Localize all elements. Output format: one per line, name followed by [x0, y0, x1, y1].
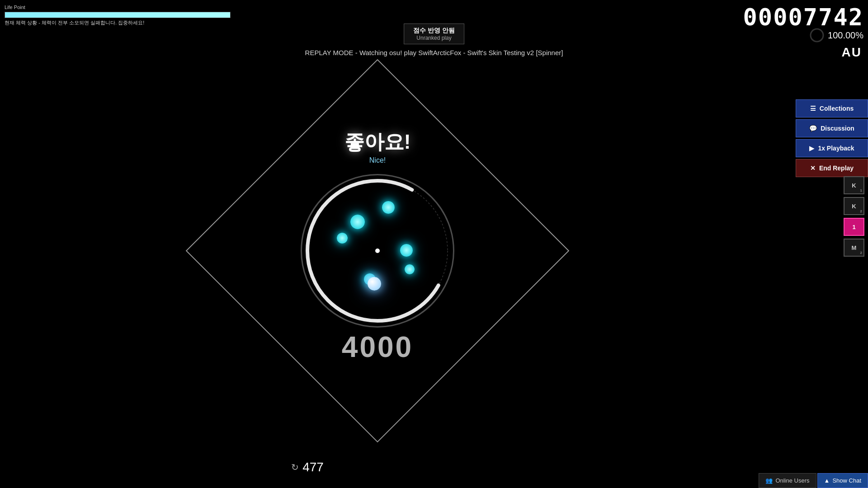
svg-point-0 [811, 29, 823, 42]
life-bar-fill [5, 12, 230, 18]
end-replay-label: End Replay [819, 164, 854, 172]
playback-label: 1x Playback [818, 145, 854, 152]
k1-indicator: K1 [844, 176, 864, 194]
accuracy-text: 100.00% [828, 30, 863, 41]
accuracy-circle [809, 27, 825, 43]
discussion-button[interactable]: 💬 Discussion [796, 119, 868, 137]
rpm-icon: ↻ [291, 462, 299, 473]
m2-indicator: M2 [844, 239, 864, 257]
online-users-icon: 👥 [765, 477, 773, 484]
spinner-dot-4 [400, 244, 413, 257]
spinner-container: 좋아요! Nice! 4000 [301, 174, 454, 328]
hit-text: 좋아요! Nice! [344, 129, 411, 164]
spinner-dot-5 [405, 264, 415, 274]
hit-nice: Nice! [344, 156, 411, 164]
playback-button[interactable]: ▶ 1x Playback [796, 139, 868, 157]
collections-button[interactable]: ☰ Collections [796, 99, 868, 117]
collections-icon: ☰ [810, 105, 816, 112]
unranked-top: 점수 반영 안됨 [413, 27, 455, 35]
rpm-section: ↻ 477 [291, 460, 324, 474]
online-users-button[interactable]: 👥 Online Users [759, 473, 816, 488]
playback-icon: ▶ [809, 145, 814, 152]
rpm-value: 477 [302, 460, 324, 474]
show-chat-button[interactable]: ▲ Show Chat [817, 473, 868, 488]
accuracy-section: 100.00% [809, 27, 863, 43]
life-bar-container [5, 12, 231, 18]
end-replay-icon: ✕ [810, 164, 816, 172]
unranked-badge: 점수 반영 안됨 Unranked play [404, 23, 464, 44]
play-area: 좋아요! Nice! 4000 [90, 59, 665, 443]
show-chat-label: Show Chat [832, 477, 861, 484]
online-users-label: Online Users [775, 477, 809, 484]
score-display: 00007742 [743, 4, 863, 31]
spinner-dot-3 [337, 233, 348, 244]
life-point-section: Life Point 현재 체력 상황 - 체력이 전부 소모되면 실패합니다.… [5, 5, 240, 26]
k2-indicator: K2 [844, 197, 864, 215]
key-panel: K1 K2 1 M2 [844, 176, 864, 257]
spinner-dot-1 [382, 201, 395, 214]
replay-banner: REPLAY MODE - Watching osu! play SwiftAr… [0, 49, 868, 56]
unranked-bottom: Unranked play [413, 35, 455, 41]
diamond-container: 좋아요! Nice! 4000 [219, 93, 536, 409]
cursor-ball [368, 277, 381, 291]
center-dot [375, 249, 380, 253]
life-status-text: 현재 체력 상황 - 체력이 전부 소모되면 실패합니다. 집중하세요! [5, 19, 240, 26]
spinner-count: 4000 [342, 330, 413, 364]
discussion-label: Discussion [821, 125, 854, 132]
spinner-dot-2 [350, 215, 365, 229]
life-point-label: Life Point [5, 5, 240, 10]
show-chat-icon: ▲ [824, 477, 830, 484]
discussion-icon: 💬 [809, 125, 817, 132]
hit-korean: 좋아요! [344, 129, 411, 155]
m1-indicator: 1 [844, 218, 864, 236]
end-replay-button[interactable]: ✕ End Replay [796, 159, 868, 177]
bottom-bar: 👥 Online Users ▲ Show Chat [759, 473, 868, 488]
right-panel: ☰ Collections 💬 Discussion ▶ 1x Playback… [796, 99, 868, 177]
collections-label: Collections [820, 105, 854, 112]
